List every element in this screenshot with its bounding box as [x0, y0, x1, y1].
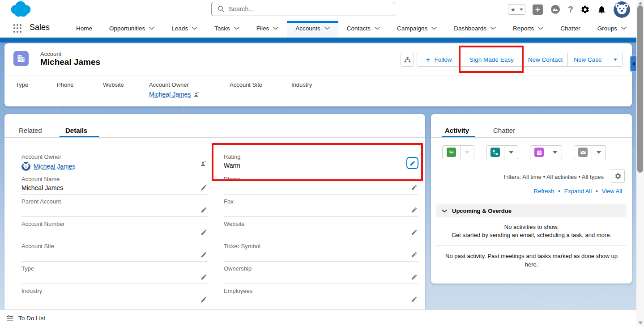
edit-pencil-icon[interactable]	[200, 274, 207, 280]
task-dropdown-button[interactable]	[461, 145, 474, 159]
search-input[interactable]: Search...	[211, 2, 395, 16]
utility-bar-todo-list[interactable]: To Do List	[0, 309, 644, 326]
edit-pencil-icon[interactable]	[411, 184, 418, 191]
field-account-site: Account Site	[21, 239, 208, 262]
nav-item-groups[interactable]: Groups	[589, 19, 635, 38]
record-header-card: Account Micheal James Follow Sign Made E…	[4, 43, 632, 106]
activity-divider	[436, 245, 627, 246]
account-hierarchy-button[interactable]	[401, 53, 414, 67]
edit-pencil-icon[interactable]	[411, 274, 418, 280]
edit-pencil-icon[interactable]	[200, 251, 207, 258]
tab-chatter[interactable]: Chatter	[493, 127, 515, 134]
highlight-account-owner: Account Owner Micheal James	[149, 81, 230, 98]
edit-pencil-icon[interactable]	[411, 296, 418, 303]
highlight-website: Website	[103, 81, 149, 98]
event-dropdown-button[interactable]	[548, 145, 562, 159]
nav-tabs: Home Opportunities Leads Tasks Files Acc…	[68, 19, 644, 38]
follow-button[interactable]: Follow	[417, 53, 460, 66]
expand-all-link[interactable]: Expand All	[564, 188, 592, 195]
no-activities-text: No activities to show.	[431, 224, 632, 230]
help-icon[interactable]: ?	[568, 4, 573, 15]
email-button-group	[574, 145, 606, 159]
activity-panel: Activity Chatter	[431, 114, 632, 284]
call-dropdown-button[interactable]	[504, 145, 518, 159]
nav-item-reports[interactable]: Reports	[504, 19, 552, 38]
global-add-button[interactable]	[533, 4, 543, 15]
edit-pencil-icon[interactable]	[411, 207, 418, 213]
field-type: Type	[21, 262, 208, 284]
setup-gear-icon[interactable]	[580, 5, 590, 14]
log-a-call-button[interactable]	[486, 145, 504, 159]
nav-item-tasks[interactable]: Tasks	[206, 19, 248, 38]
scrollbar-thumb[interactable]	[637, 5, 643, 173]
app-name: Sales	[30, 23, 50, 38]
search-icon	[218, 5, 225, 13]
new-task-button[interactable]	[442, 145, 461, 159]
app-launcher-icon[interactable]	[13, 24, 21, 33]
detail-column-left: Account Owner Micheal James Account Name…	[21, 150, 208, 306]
owner-link[interactable]: Micheal James	[34, 163, 75, 170]
more-actions-dropdown-button[interactable]	[608, 53, 623, 66]
new-event-button[interactable]	[530, 145, 548, 159]
tab-activity[interactable]: Activity	[445, 127, 469, 134]
chevron-down-icon	[234, 27, 239, 30]
user-avatar[interactable]	[614, 1, 630, 18]
nav-item-home[interactable]: Home	[68, 19, 101, 38]
chevron-down-icon	[273, 27, 278, 30]
favorites-button-group: ★	[508, 4, 525, 15]
field-account-owner: Account Owner Micheal James	[21, 150, 208, 172]
scroll-up-arrow-icon[interactable]	[638, 2, 643, 4]
building-icon	[16, 54, 26, 64]
nav-item-opportunities[interactable]: Opportunities	[101, 19, 163, 38]
nav-item-accounts[interactable]: Accounts	[287, 19, 338, 38]
edit-pencil-icon[interactable]	[200, 207, 207, 213]
nav-item-leads[interactable]: Leads	[163, 19, 206, 38]
favorites-star-icon[interactable]: ★	[508, 4, 518, 14]
view-all-link[interactable]: View All	[602, 188, 622, 195]
change-owner-icon[interactable]	[200, 160, 207, 167]
nav-item-chatter[interactable]: Chatter	[552, 19, 589, 38]
tab-details[interactable]: Details	[65, 127, 87, 134]
email-button[interactable]	[574, 145, 592, 159]
upcoming-overdue-section-header[interactable]: Upcoming & Overdue	[436, 204, 627, 217]
chevron-down-icon	[324, 27, 330, 30]
change-owner-icon[interactable]	[193, 91, 200, 98]
nav-item-campaigns[interactable]: Campaigns	[388, 19, 445, 38]
new-case-button[interactable]: New Case	[567, 53, 608, 66]
section-title: Upcoming & Overdue	[452, 207, 512, 214]
owner-link[interactable]: Micheal James	[149, 91, 191, 98]
favorites-dropdown-button[interactable]	[518, 4, 525, 14]
activity-filter-settings-button[interactable]	[611, 169, 625, 183]
tab-related[interactable]: Related	[19, 127, 42, 134]
page-background: Account Micheal James Follow Sign Made E…	[0, 38, 644, 309]
chevron-down-icon	[553, 151, 557, 154]
edit-pencil-icon[interactable]	[411, 229, 418, 236]
edit-pencil-icon[interactable]	[411, 251, 418, 258]
edit-pencil-icon[interactable]	[200, 296, 207, 303]
log-call-button-group	[486, 145, 518, 159]
scroll-down-arrow-icon[interactable]	[638, 322, 643, 324]
edit-pencil-icon[interactable]	[200, 229, 207, 236]
guidance-center-icon[interactable]	[550, 4, 561, 15]
avatar-bear-icon	[21, 162, 30, 171]
chevron-down-icon	[597, 151, 601, 154]
notifications-bell-icon[interactable]	[597, 5, 606, 14]
chevron-down-icon	[375, 27, 380, 30]
email-dropdown-button[interactable]	[592, 145, 606, 159]
field-industry: Industry	[21, 284, 208, 306]
refresh-link[interactable]: Refresh	[534, 188, 554, 195]
chevron-down-icon	[614, 59, 617, 61]
vertical-scrollbar[interactable]	[636, 0, 644, 326]
field-parent-account: Parent Account	[21, 195, 208, 217]
task-icon	[447, 148, 456, 157]
nav-item-contacts[interactable]: Contacts	[338, 19, 388, 38]
search-placeholder: Search...	[229, 5, 254, 13]
edit-pencil-icon[interactable]	[200, 184, 207, 191]
nav-item-files[interactable]: Files	[248, 19, 287, 38]
nav-item-dashboards[interactable]: Dashboards	[445, 19, 504, 38]
new-event-button-group	[530, 145, 562, 159]
field-website: Website	[224, 217, 418, 239]
new-contact-button[interactable]: New Contact	[523, 53, 567, 66]
activity-filters-text: Filters: All time • All activities • All…	[503, 174, 604, 180]
plus-icon	[534, 6, 541, 13]
